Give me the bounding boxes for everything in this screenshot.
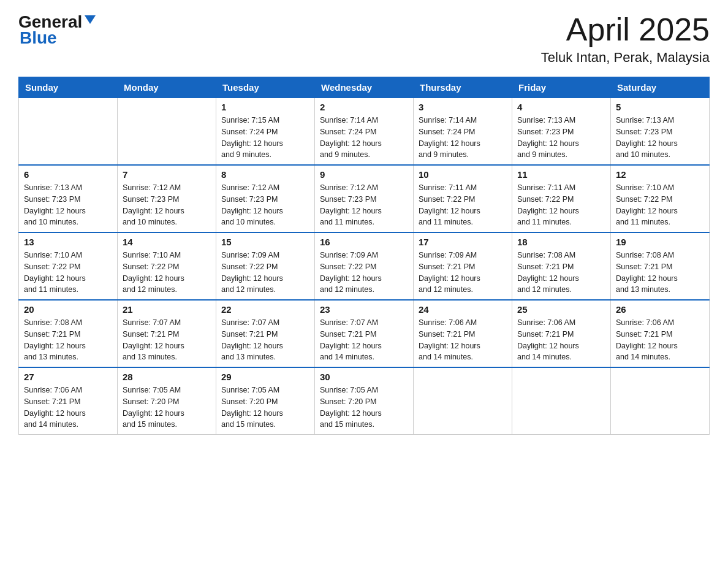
calendar-day-cell bbox=[512, 367, 611, 435]
day-info: Sunrise: 7:12 AMSunset: 7:23 PMDaylight:… bbox=[123, 182, 211, 228]
calendar-day-cell: 14Sunrise: 7:10 AMSunset: 7:22 PMDayligh… bbox=[118, 232, 216, 300]
calendar-week-row: 13Sunrise: 7:10 AMSunset: 7:22 PMDayligh… bbox=[19, 232, 710, 300]
calendar-day-cell bbox=[118, 98, 216, 166]
calendar-day-cell: 24Sunrise: 7:06 AMSunset: 7:21 PMDayligh… bbox=[414, 300, 512, 367]
calendar-day-cell: 22Sunrise: 7:07 AMSunset: 7:21 PMDayligh… bbox=[216, 300, 315, 367]
calendar-day-cell: 6Sunrise: 7:13 AMSunset: 7:23 PMDaylight… bbox=[19, 165, 118, 232]
day-number: 15 bbox=[221, 237, 309, 247]
day-number: 12 bbox=[616, 169, 704, 180]
day-number: 29 bbox=[221, 372, 309, 382]
logo: General Blue bbox=[18, 12, 97, 48]
day-info: Sunrise: 7:10 AMSunset: 7:22 PMDaylight:… bbox=[123, 250, 211, 296]
day-number: 17 bbox=[419, 237, 507, 247]
calendar-day-cell: 25Sunrise: 7:06 AMSunset: 7:21 PMDayligh… bbox=[512, 300, 611, 367]
day-info: Sunrise: 7:11 AMSunset: 7:22 PMDaylight:… bbox=[419, 182, 507, 228]
calendar-day-cell: 26Sunrise: 7:06 AMSunset: 7:21 PMDayligh… bbox=[611, 300, 710, 367]
day-of-week-header: Sunday bbox=[19, 77, 118, 98]
day-number: 27 bbox=[24, 372, 112, 382]
calendar-day-cell: 9Sunrise: 7:12 AMSunset: 7:23 PMDaylight… bbox=[315, 165, 414, 232]
calendar-day-cell: 19Sunrise: 7:08 AMSunset: 7:21 PMDayligh… bbox=[611, 232, 710, 300]
title-block: April 2025 Teluk Intan, Perak, Malaysia bbox=[541, 12, 710, 66]
calendar-day-cell: 30Sunrise: 7:05 AMSunset: 7:20 PMDayligh… bbox=[315, 367, 414, 435]
day-number: 24 bbox=[419, 304, 507, 315]
calendar-day-cell: 10Sunrise: 7:11 AMSunset: 7:22 PMDayligh… bbox=[414, 165, 512, 232]
calendar-day-cell: 29Sunrise: 7:05 AMSunset: 7:20 PMDayligh… bbox=[216, 367, 315, 435]
logo-triangle-icon bbox=[83, 13, 97, 26]
day-info: Sunrise: 7:12 AMSunset: 7:23 PMDaylight:… bbox=[320, 182, 408, 228]
day-number: 26 bbox=[616, 304, 704, 315]
day-number: 28 bbox=[123, 372, 211, 382]
calendar-day-cell: 8Sunrise: 7:12 AMSunset: 7:23 PMDaylight… bbox=[216, 165, 315, 232]
svg-marker-0 bbox=[85, 15, 96, 24]
day-info: Sunrise: 7:06 AMSunset: 7:21 PMDaylight:… bbox=[517, 317, 605, 363]
day-of-week-header: Friday bbox=[512, 77, 611, 98]
calendar-body: 1Sunrise: 7:15 AMSunset: 7:24 PMDaylight… bbox=[19, 98, 710, 435]
calendar-table: SundayMondayTuesdayWednesdayThursdayFrid… bbox=[18, 77, 710, 435]
calendar-day-cell bbox=[611, 367, 710, 435]
day-number: 4 bbox=[517, 102, 605, 112]
calendar-week-row: 1Sunrise: 7:15 AMSunset: 7:24 PMDaylight… bbox=[19, 98, 710, 166]
day-of-week-header: Wednesday bbox=[315, 77, 414, 98]
day-info: Sunrise: 7:08 AMSunset: 7:21 PMDaylight:… bbox=[24, 317, 112, 363]
day-number: 11 bbox=[517, 169, 605, 180]
calendar-day-cell: 2Sunrise: 7:14 AMSunset: 7:24 PMDaylight… bbox=[315, 98, 414, 166]
calendar-day-cell: 4Sunrise: 7:13 AMSunset: 7:23 PMDaylight… bbox=[512, 98, 611, 166]
day-info: Sunrise: 7:11 AMSunset: 7:22 PMDaylight:… bbox=[517, 182, 605, 228]
day-number: 14 bbox=[123, 237, 211, 247]
day-number: 20 bbox=[24, 304, 112, 315]
calendar-day-cell: 21Sunrise: 7:07 AMSunset: 7:21 PMDayligh… bbox=[118, 300, 216, 367]
page-header: General Blue April 2025 Teluk Intan, Per… bbox=[18, 12, 710, 66]
day-number: 6 bbox=[24, 169, 112, 180]
day-info: Sunrise: 7:14 AMSunset: 7:24 PMDaylight:… bbox=[419, 115, 507, 161]
logo-blue-text: Blue bbox=[20, 28, 57, 47]
calendar-day-cell: 16Sunrise: 7:09 AMSunset: 7:22 PMDayligh… bbox=[315, 232, 414, 300]
calendar-day-cell: 28Sunrise: 7:05 AMSunset: 7:20 PMDayligh… bbox=[118, 367, 216, 435]
day-number: 23 bbox=[320, 304, 408, 315]
calendar-day-cell: 17Sunrise: 7:09 AMSunset: 7:21 PMDayligh… bbox=[414, 232, 512, 300]
calendar-day-cell bbox=[414, 367, 512, 435]
day-number: 2 bbox=[320, 102, 408, 112]
day-number: 18 bbox=[517, 237, 605, 247]
day-number: 30 bbox=[320, 372, 408, 382]
day-info: Sunrise: 7:09 AMSunset: 7:22 PMDaylight:… bbox=[221, 250, 309, 296]
days-of-week-row: SundayMondayTuesdayWednesdayThursdayFrid… bbox=[19, 77, 710, 98]
day-number: 7 bbox=[123, 169, 211, 180]
day-info: Sunrise: 7:05 AMSunset: 7:20 PMDaylight:… bbox=[320, 385, 408, 431]
calendar-day-cell: 20Sunrise: 7:08 AMSunset: 7:21 PMDayligh… bbox=[19, 300, 118, 367]
day-number: 3 bbox=[419, 102, 507, 112]
calendar-day-cell: 12Sunrise: 7:10 AMSunset: 7:22 PMDayligh… bbox=[611, 165, 710, 232]
calendar-day-cell: 11Sunrise: 7:11 AMSunset: 7:22 PMDayligh… bbox=[512, 165, 611, 232]
calendar-day-cell: 18Sunrise: 7:08 AMSunset: 7:21 PMDayligh… bbox=[512, 232, 611, 300]
day-info: Sunrise: 7:09 AMSunset: 7:22 PMDaylight:… bbox=[320, 250, 408, 296]
calendar-day-cell: 27Sunrise: 7:06 AMSunset: 7:21 PMDayligh… bbox=[19, 367, 118, 435]
calendar-week-row: 27Sunrise: 7:06 AMSunset: 7:21 PMDayligh… bbox=[19, 367, 710, 435]
calendar-header: SundayMondayTuesdayWednesdayThursdayFrid… bbox=[19, 77, 710, 98]
day-of-week-header: Saturday bbox=[611, 77, 710, 98]
day-number: 21 bbox=[123, 304, 211, 315]
day-number: 1 bbox=[221, 102, 309, 112]
calendar-day-cell: 3Sunrise: 7:14 AMSunset: 7:24 PMDaylight… bbox=[414, 98, 512, 166]
day-of-week-header: Thursday bbox=[414, 77, 512, 98]
calendar-day-cell: 5Sunrise: 7:13 AMSunset: 7:23 PMDaylight… bbox=[611, 98, 710, 166]
calendar-day-cell: 13Sunrise: 7:10 AMSunset: 7:22 PMDayligh… bbox=[19, 232, 118, 300]
day-info: Sunrise: 7:14 AMSunset: 7:24 PMDaylight:… bbox=[320, 115, 408, 161]
day-number: 9 bbox=[320, 169, 408, 180]
day-info: Sunrise: 7:13 AMSunset: 7:23 PMDaylight:… bbox=[24, 182, 112, 228]
calendar-day-cell bbox=[19, 98, 118, 166]
day-info: Sunrise: 7:06 AMSunset: 7:21 PMDaylight:… bbox=[24, 385, 112, 431]
day-info: Sunrise: 7:13 AMSunset: 7:23 PMDaylight:… bbox=[616, 115, 704, 161]
day-number: 13 bbox=[24, 237, 112, 247]
day-info: Sunrise: 7:10 AMSunset: 7:22 PMDaylight:… bbox=[616, 182, 704, 228]
day-of-week-header: Monday bbox=[118, 77, 216, 98]
day-number: 5 bbox=[616, 102, 704, 112]
day-info: Sunrise: 7:12 AMSunset: 7:23 PMDaylight:… bbox=[221, 182, 309, 228]
day-number: 25 bbox=[517, 304, 605, 315]
page-title: April 2025 bbox=[541, 12, 710, 47]
calendar-week-row: 20Sunrise: 7:08 AMSunset: 7:21 PMDayligh… bbox=[19, 300, 710, 367]
day-info: Sunrise: 7:15 AMSunset: 7:24 PMDaylight:… bbox=[221, 115, 309, 161]
day-info: Sunrise: 7:05 AMSunset: 7:20 PMDaylight:… bbox=[123, 385, 211, 431]
calendar-week-row: 6Sunrise: 7:13 AMSunset: 7:23 PMDaylight… bbox=[19, 165, 710, 232]
day-info: Sunrise: 7:10 AMSunset: 7:22 PMDaylight:… bbox=[24, 250, 112, 296]
day-info: Sunrise: 7:09 AMSunset: 7:21 PMDaylight:… bbox=[419, 250, 507, 296]
day-info: Sunrise: 7:06 AMSunset: 7:21 PMDaylight:… bbox=[616, 317, 704, 363]
